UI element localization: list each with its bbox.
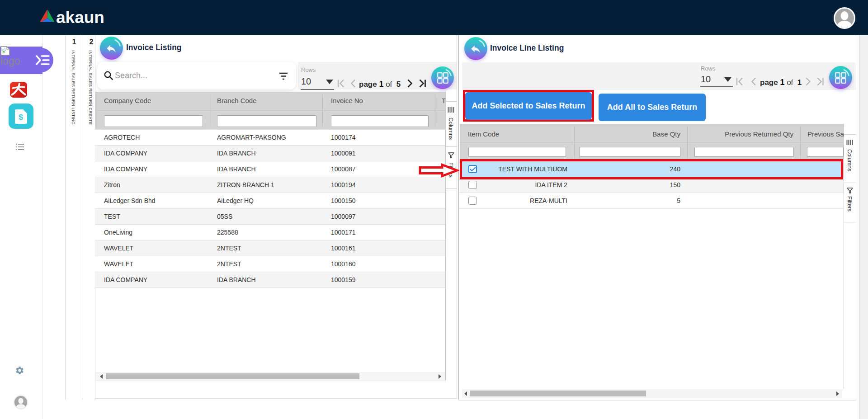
svg-text:$: $ bbox=[19, 113, 23, 122]
